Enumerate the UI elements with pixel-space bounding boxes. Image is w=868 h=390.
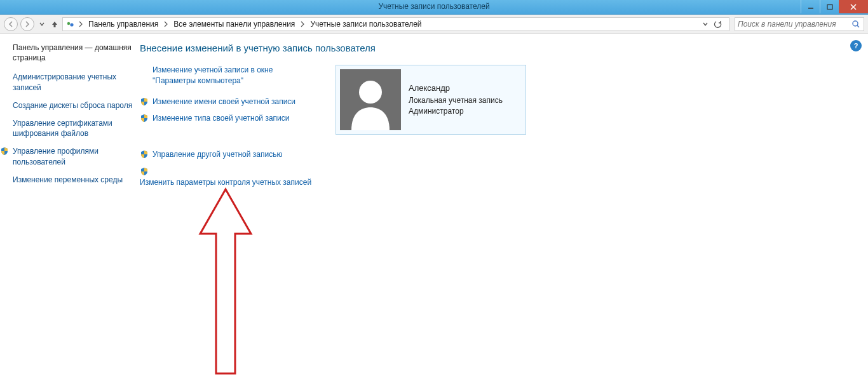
user-card: Александр Локальная учетная запись Админ… <box>336 65 526 135</box>
svg-point-6 <box>853 21 858 26</box>
sidebar-heading: Панель управления — домашняя страница <box>13 43 135 63</box>
main-panel: Внесение изменений в учетную запись поль… <box>140 34 868 390</box>
shield-icon <box>140 150 149 159</box>
avatar <box>340 69 401 130</box>
nav-forward-button[interactable] <box>20 17 34 31</box>
sidebar-link-password-reset-disk[interactable]: Создание дискеты сброса пароля <box>13 100 135 111</box>
nav-back-button[interactable] <box>4 17 18 31</box>
svg-point-5 <box>70 23 73 26</box>
svg-point-4 <box>67 22 70 24</box>
search-input[interactable] <box>738 20 851 29</box>
content-area: ? Панель управления — домашняя страница … <box>0 34 868 390</box>
action-manage-other[interactable]: Управление другой учетной записью <box>140 149 318 160</box>
sidebar-link-encryption-certs[interactable]: Управление сертификатами шифрования файл… <box>13 118 135 138</box>
sidebar-link-admin-accounts[interactable]: Администрирование учетных записей <box>13 72 135 92</box>
sidebar-link-env-vars[interactable]: Изменение переменных среды <box>13 175 135 185</box>
svg-point-9 <box>359 81 382 104</box>
user-type: Локальная учетная запись <box>409 95 503 106</box>
minimize-button[interactable] <box>801 0 820 13</box>
action-list: Изменение учетной записи в окне "Парамет… <box>140 65 318 194</box>
action-change-uac[interactable]: Изменить параметры контроля учетных запи… <box>140 166 318 188</box>
user-role: Администратор <box>409 106 503 117</box>
history-dropdown-button[interactable] <box>700 18 711 30</box>
crumb-all-items[interactable]: Все элементы панели управления <box>170 18 299 30</box>
search-icon[interactable] <box>851 19 861 29</box>
close-button[interactable] <box>839 0 868 13</box>
svg-rect-1 <box>827 4 832 9</box>
search-box[interactable] <box>735 17 864 31</box>
window-title: Учетные записи пользователей <box>378 2 489 11</box>
crumb-user-accounts[interactable]: Учетные записи пользователей <box>306 18 425 30</box>
user-meta: Александр Локальная учетная запись Админ… <box>409 83 503 117</box>
shield-icon <box>140 114 149 123</box>
address-bar: Панель управления Все элементы панели уп… <box>0 15 868 34</box>
shield-icon <box>140 97 149 106</box>
main-heading: Внесение изменений в учетную запись поль… <box>140 43 855 53</box>
recent-locations-button[interactable] <box>37 19 47 29</box>
refresh-button[interactable] <box>712 18 724 30</box>
user-name: Александр <box>409 83 503 94</box>
crumb-control-panel[interactable]: Панель управления <box>85 18 162 30</box>
shield-icon <box>0 147 9 156</box>
window-controls <box>801 0 868 13</box>
breadcrumb-root-icon[interactable] <box>65 19 76 29</box>
action-change-type[interactable]: Изменение типа своей учетной записи <box>140 113 318 124</box>
titlebar: Учетные записи пользователей <box>0 0 868 15</box>
action-change-in-settings[interactable]: Изменение учетной записи в окне "Парамет… <box>153 65 318 86</box>
maximize-button[interactable] <box>820 0 839 13</box>
chevron-right-icon[interactable] <box>77 21 85 27</box>
shield-icon <box>140 167 149 176</box>
chevron-right-icon[interactable] <box>162 21 170 27</box>
sidebar-link-user-profiles[interactable]: Управление профилями пользователей <box>0 146 135 166</box>
nav-up-button[interactable] <box>50 19 60 29</box>
svg-line-7 <box>857 25 859 27</box>
chevron-right-icon[interactable] <box>299 21 306 27</box>
sidebar: Панель управления — домашняя страница Ад… <box>0 34 140 390</box>
breadcrumb[interactable]: Панель управления Все элементы панели уп… <box>62 17 729 31</box>
action-change-name[interactable]: Изменение имени своей учетной записи <box>140 97 318 107</box>
